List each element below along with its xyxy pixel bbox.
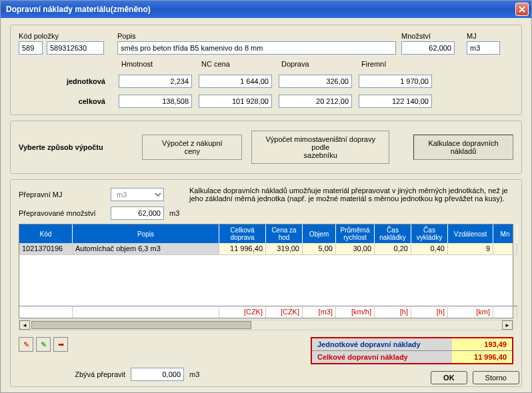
foot-czk2: [CZK] [266,306,303,318]
cell-popis[interactable]: Automíchač objem 6,3 m3 [73,243,219,255]
table-row[interactable]: 1021370196 Automíchač objem 6,3 m3 11 99… [19,243,513,255]
foot-czk1: [CZK] [219,306,266,318]
celkova-label: celková [19,97,112,105]
titlebar: Dopravní náklady materiálu(změněno) [1,1,531,18]
mode-btn-kalkulace[interactable]: Kalkulace dopravních nákladů [413,135,513,160]
close-button[interactable] [515,3,529,16]
cell-mn[interactable] [493,243,517,255]
mnozstvi-label: Množství [401,32,461,40]
col-vykladky[interactable]: Čas vykládky [411,224,448,243]
item-panel: Kód položky Popis Množství MJ [10,25,522,115]
mode-btn-nakupni[interactable]: Výpočet z nákupní ceny [142,135,242,160]
prepravovane-unit: m3 [169,209,179,217]
cell-kod[interactable]: 1021370196 [19,243,73,255]
transport-grid: Kód Popis Celková doprava Cena za hod Ob… [19,224,513,318]
mj-label: MJ [467,32,513,40]
window-title: Dopravní náklady materiálu(změněno) [6,5,151,14]
hint-text: Kalkulace dopravních nákladů umožňuje ma… [189,187,513,202]
cell-celkova[interactable]: 11 996,40 [219,243,266,255]
scroll-left-icon[interactable]: ◄ [19,320,30,330]
sum1-label: Jednotkové dopravní náklady [312,338,452,351]
close-icon [519,6,525,13]
cell-vykladky[interactable]: 0,40 [411,243,448,255]
col-cena[interactable]: Cena za hod [266,224,303,243]
j-hmotnost[interactable] [119,75,192,88]
edit-row-button[interactable]: ✎ [36,337,51,352]
col-popis[interactable]: Popis [73,224,219,243]
col-vzdalenost[interactable]: Vzdálenost [448,224,493,243]
mode-label: Vyberte způsob výpočtu [19,143,125,151]
j-firemni[interactable] [359,75,432,88]
col-nakladky[interactable]: Čas nakládky [375,224,411,243]
j-doprava[interactable] [279,75,352,88]
foot-h2: [h] [411,306,448,318]
delete-row-button[interactable]: ➡ [53,337,68,352]
cancel-button[interactable]: Storno [473,371,519,384]
sum2-label: Celkové dopravní náklady [312,351,452,363]
cell-cena[interactable]: 319,00 [266,243,303,255]
prepravni-mj-select[interactable]: m3 [111,188,164,201]
cell-nakladky[interactable]: 0,20 [375,243,411,255]
foot-kmh: [km/h] [336,306,375,318]
col-rychlost[interactable]: Průměrná rychlost [336,224,375,243]
jednotkova-label: jednotková [19,77,112,85]
foot-km: [km] [448,306,493,318]
add-icon: ✎ [23,340,29,349]
cell-vzdalenost[interactable]: 9 [448,243,493,255]
kod1-input[interactable] [19,41,43,55]
h-scrollbar[interactable]: ◄ ► [19,320,513,330]
kod2-input[interactable] [47,41,104,55]
c-nc[interactable] [199,95,272,108]
popis-input[interactable] [117,41,396,55]
col-kod[interactable]: Kód [19,224,73,243]
edit-icon: ✎ [41,340,47,349]
scroll-right-icon[interactable]: ► [502,320,513,330]
sum2-value: 11 996,40 [452,351,512,363]
c-hmotnost[interactable] [119,95,192,108]
mode-btn-sazebnik[interactable]: Výpočet mimostaveništní dopravy podle sa… [251,131,389,164]
add-row-button[interactable]: ✎ [19,337,33,352]
prepravovane-label: Přepravované množství [19,209,105,217]
zbyva-input[interactable] [131,368,184,381]
grid-footer: [CZK] [CZK] [m3] [km/h] [h] [h] [km] [19,306,513,318]
col-objem[interactable]: Objem [303,224,336,243]
calc-panel: Přepravní MJ m3 Kalkulace dopravních nák… [10,179,522,387]
cell-rychlost[interactable]: 30,00 [336,243,375,255]
col-mn[interactable]: Mn [493,224,517,243]
grid-body-empty [19,255,513,306]
col-celkova[interactable]: Celková doprava [219,224,266,243]
prepravni-mj-label: Přepravní MJ [19,191,105,198]
nc-header: NC cena [199,60,272,68]
mnozstvi-input[interactable] [401,41,455,55]
mj-input[interactable] [467,41,500,55]
kod-label: Kód položky [19,32,112,40]
scroll-thumb[interactable] [31,321,251,329]
zbyva-unit: m3 [189,370,199,378]
hmotnost-header: Hmotnost [119,60,192,68]
summary-box: Jednotkové dopravní náklady 193,49 Celko… [311,337,513,364]
ok-button[interactable]: OK [431,371,467,384]
popis-label: Popis [117,32,396,40]
doprava-header: Doprava [279,60,352,68]
mode-panel: Vyberte způsob výpočtu Výpočet z nákupní… [10,121,522,174]
arrow-icon: ➡ [58,340,64,349]
firemni-header: Firemní [359,60,432,68]
foot-h1: [h] [375,306,411,318]
foot-m3: [m3] [303,306,336,318]
c-firemni[interactable] [359,95,432,108]
sum1-value: 193,49 [452,338,512,351]
prepravovane-input[interactable] [111,206,164,220]
grid-header: Kód Popis Celková doprava Cena za hod Ob… [19,224,513,243]
j-nc[interactable] [199,75,272,88]
c-doprava[interactable] [279,95,352,108]
zbyva-label: Zbývá přepravit [19,370,125,378]
cell-objem[interactable]: 5,00 [303,243,336,255]
